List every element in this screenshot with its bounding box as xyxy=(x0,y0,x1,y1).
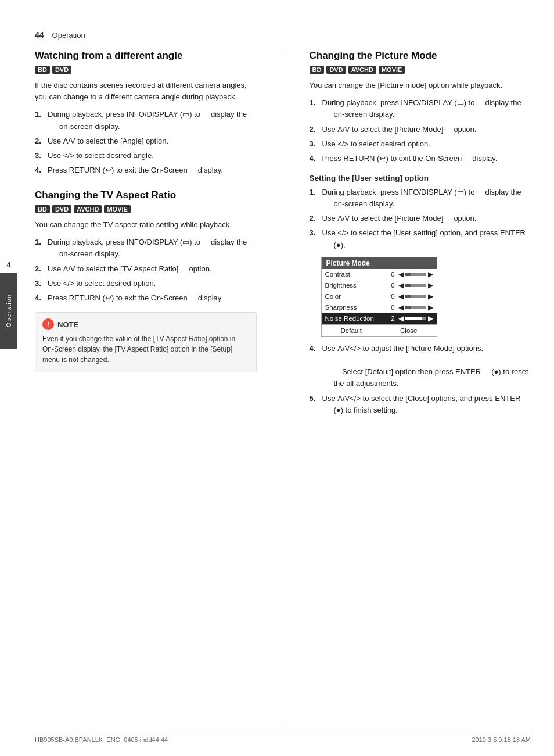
section-user-setting: Setting the [User setting] option 1. Dur… xyxy=(310,174,531,417)
top-rule xyxy=(35,42,531,42)
aspect-step-2-text: Use Λ/V to select the [TV Aspect Ratio] … xyxy=(48,263,257,275)
pm-bar-inner-noise xyxy=(405,317,426,320)
pm-val-color: 0 xyxy=(388,293,398,300)
aspect-step-4-num: 4. xyxy=(35,292,45,304)
us-step-1: 1. During playback, press INFO/DISPLAY (… xyxy=(310,187,531,210)
section-tv-aspect-ratio: Changing the TV Aspect Ratio BD DVD AVCH… xyxy=(35,189,257,372)
pm-val-contrast: 0 xyxy=(388,271,398,278)
tv-aspect-ratio-title: Changing the TV Aspect Ratio xyxy=(35,189,257,202)
pm-bar-right-5: ▶ xyxy=(428,314,433,323)
tv-aspect-ratio-steps: 1. During playback, press INFO/DISPLAY (… xyxy=(35,237,257,304)
left-column: Watching from a different angle BD DVD I… xyxy=(35,49,265,721)
step-1-num: 1. xyxy=(35,109,45,120)
watching-angle-badges: BD DVD xyxy=(35,66,257,74)
column-divider xyxy=(286,49,286,721)
picture-mode-table: Picture Mode Contrast 0 ◀ ▶ Brightness xyxy=(321,257,437,337)
pm-step-3-num: 3. xyxy=(310,138,320,150)
pm-step-2-num: 2. xyxy=(310,124,320,135)
pm-default-btn[interactable]: Default xyxy=(341,327,362,334)
badge-dvd-2: DVD xyxy=(52,205,71,213)
note-label: NOTE xyxy=(57,320,78,329)
footer-right: 2010.3.5 9:18:18 AM xyxy=(472,736,531,743)
aspect-step-2-num: 2. xyxy=(35,263,45,275)
section-watching-angle-title: Watching from a different angle xyxy=(35,49,257,62)
pm-step-1-num: 1. xyxy=(310,97,320,109)
pm-bar-contrast: ◀ ▶ xyxy=(398,270,433,278)
page-number: 44 xyxy=(35,30,44,40)
us-step-3-num: 3. xyxy=(310,227,320,239)
badge-bd: BD xyxy=(35,66,50,74)
us-step-2-text: Use Λ/V to select the [Picture Mode] opt… xyxy=(322,213,531,224)
aspect-step-3: 3. Use </> to select desired option. xyxy=(35,278,257,289)
pm-bar-left-2: ◀ xyxy=(398,281,404,289)
step-1-text: During playback, press INFO/DISPLAY (▭) … xyxy=(48,109,257,132)
aspect-step-4: 4. Press RETURN (↩) to exit the On-Scree… xyxy=(35,292,257,304)
step-1: 1. During playback, press INFO/DISPLAY (… xyxy=(35,109,257,132)
watching-angle-steps: 1. During playback, press INFO/DISPLAY (… xyxy=(35,109,257,176)
note-box: ! NOTE Even if you change the value of t… xyxy=(35,312,257,372)
step-2: 2. Use Λ/V to select the [Angle] option. xyxy=(35,135,257,147)
pm-bar-inner-sharpness xyxy=(405,306,426,309)
right-column: Changing the Picture Mode BD DVD AVCHD M… xyxy=(307,49,531,721)
us-step-2: 2. Use Λ/V to select the [Picture Mode] … xyxy=(310,213,531,224)
user-setting-steps: 1. During playback, press INFO/DISPLAY (… xyxy=(310,187,531,251)
badge-bd-2: BD xyxy=(35,205,50,213)
pm-val-brightness: 0 xyxy=(388,282,398,289)
after-step-5-num: 5. xyxy=(310,393,320,404)
pm-bar-sharpness: ◀ ▶ xyxy=(398,303,433,311)
after-step-4-text: Use Λ/V</> to adjust the [Picture Mode] … xyxy=(322,343,531,390)
pm-label-color: Color xyxy=(325,293,388,300)
us-step-1-text: During playback, press INFO/DISPLAY (▭) … xyxy=(322,187,531,210)
page-container: 44 Operation 4 Operation Watching from a… xyxy=(0,0,554,756)
after-step-5: 5. Use Λ/V</> to select the [Close] opti… xyxy=(310,393,531,416)
pm-bar-noise: ◀ ▶ xyxy=(398,314,433,323)
tv-aspect-ratio-badges: BD DVD AVCHD MOVIE xyxy=(35,205,257,213)
footer-left: HB905SB-A0.BPANLLK_ENG_0405.indd44 44 xyxy=(35,736,168,743)
pm-step-4: 4. Press RETURN (↩) to exit the On-Scree… xyxy=(310,153,531,164)
pm-step-4-text: Press RETURN (↩) to exit the On-Screen d… xyxy=(322,153,531,164)
pm-table-footer: Default Close xyxy=(322,324,437,336)
tv-aspect-ratio-body: You can change the TV aspect ratio setti… xyxy=(35,219,257,231)
pm-step-4-num: 4. xyxy=(310,153,320,164)
badge-bd-r: BD xyxy=(310,66,325,74)
step-2-num: 2. xyxy=(35,135,45,147)
pm-label-sharpness: Sharpness xyxy=(325,304,388,311)
pm-row-sharpness: Sharpness 0 ◀ ▶ xyxy=(322,302,437,313)
after-step-5-text: Use Λ/V</> to select the [Close] options… xyxy=(322,393,531,416)
content-area: Watching from a different angle BD DVD I… xyxy=(35,49,531,721)
page-footer: HB905SB-A0.BPANLLK_ENG_0405.indd44 44 20… xyxy=(35,733,531,743)
pm-bar-color: ◀ ▶ xyxy=(398,292,433,300)
pm-step-2: 2. Use Λ/V to select the [Picture Mode] … xyxy=(310,124,531,135)
section-picture-mode: Changing the Picture Mode BD DVD AVCHD M… xyxy=(310,49,531,164)
step-3: 3. Use </> to select desired angle. xyxy=(35,150,257,162)
note-header: ! NOTE xyxy=(42,318,249,330)
pm-row-contrast: Contrast 0 ◀ ▶ xyxy=(322,269,437,280)
picture-mode-title: Changing the Picture Mode xyxy=(310,49,531,62)
badge-dvd: DVD xyxy=(52,66,71,74)
aspect-step-1-num: 1. xyxy=(35,237,45,248)
after-step-4: 4. Use Λ/V</> to adjust the [Picture Mod… xyxy=(310,343,531,390)
picture-mode-badges: BD DVD AVCHD MOVIE xyxy=(310,66,531,74)
pm-bar-right-2: ▶ xyxy=(428,281,433,289)
pm-row-brightness: Brightness 0 ◀ ▶ xyxy=(322,280,437,291)
us-step-3-text: Use </> to select the [User setting] opt… xyxy=(322,227,531,250)
pm-step-1-text: During playback, press INFO/DISPLAY (▭) … xyxy=(322,97,531,120)
side-tab-label: Operation xyxy=(5,294,12,327)
aspect-step-2: 2. Use Λ/V to select the [TV Aspect Rati… xyxy=(35,263,257,275)
aspect-step-1-text: During playback, press INFO/DISPLAY (▭) … xyxy=(48,237,257,260)
pm-step-1: 1. During playback, press INFO/DISPLAY (… xyxy=(310,97,531,120)
pm-label-noise: Noise Reduction xyxy=(325,315,388,322)
step-4-text: Press RETURN (↩) to exit the On-Screen d… xyxy=(48,164,257,176)
pm-bar-brightness: ◀ ▶ xyxy=(398,281,433,289)
pm-bar-left-3: ◀ xyxy=(398,292,404,300)
pm-close-btn[interactable]: Close xyxy=(400,327,417,334)
step-3-text: Use </> to select desired angle. xyxy=(48,150,257,162)
pm-bar-right-3: ▶ xyxy=(428,292,433,300)
pm-bar-inner-color xyxy=(405,295,426,298)
pm-table-header: Picture Mode xyxy=(322,257,437,269)
pm-row-noise-reduction: Noise Reduction 2 ◀ ▶ xyxy=(322,313,437,324)
pm-row-color: Color 0 ◀ ▶ xyxy=(322,291,437,302)
badge-avchd-r: AVCHD xyxy=(348,66,376,74)
pm-bar-right-4: ▶ xyxy=(428,303,433,311)
after-step-4-num: 4. xyxy=(310,343,320,354)
